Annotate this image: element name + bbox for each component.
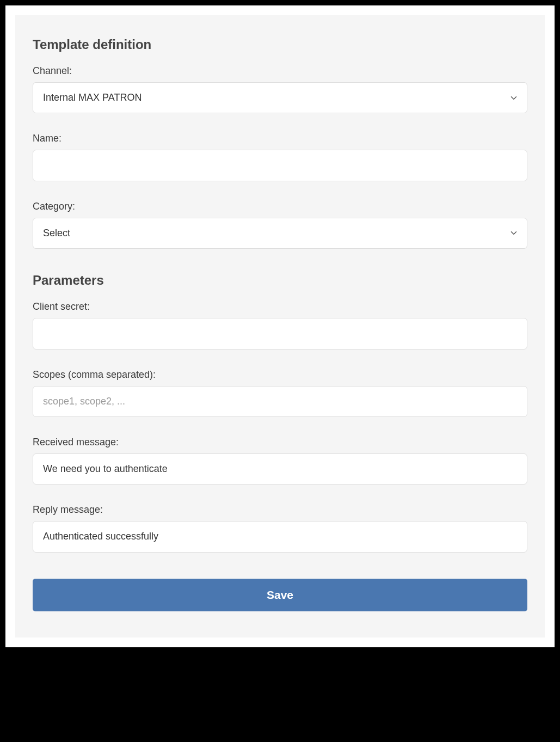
channel-label: Channel: xyxy=(33,65,527,77)
client-secret-field-group: Client secret: xyxy=(33,301,527,349)
received-message-input[interactable] xyxy=(33,453,527,485)
category-select-wrap: Select xyxy=(33,218,527,249)
reply-message-input[interactable] xyxy=(33,521,527,552)
category-select[interactable]: Select xyxy=(33,218,527,249)
name-label: Name: xyxy=(33,133,527,144)
scopes-label: Scopes (comma separated): xyxy=(33,369,527,381)
reply-message-label: Reply message: xyxy=(33,504,527,516)
client-secret-label: Client secret: xyxy=(33,301,527,312)
template-definition-title: Template definition xyxy=(33,37,527,52)
parameters-title: Parameters xyxy=(33,273,527,288)
category-field-group: Category: Select xyxy=(33,201,527,249)
page-outer: Template definition Channel: Internal MA… xyxy=(5,5,555,647)
category-label: Category: xyxy=(33,201,527,212)
scopes-field-group: Scopes (comma separated): xyxy=(33,369,527,417)
client-secret-input[interactable] xyxy=(33,318,527,349)
received-message-field-group: Received message: xyxy=(33,437,527,485)
channel-field-group: Channel: Internal MAX PATRON xyxy=(33,65,527,113)
channel-select-wrap: Internal MAX PATRON xyxy=(33,82,527,113)
form-panel: Template definition Channel: Internal MA… xyxy=(15,15,545,637)
reply-message-field-group: Reply message: xyxy=(33,504,527,552)
name-field-group: Name: xyxy=(33,133,527,181)
scopes-input[interactable] xyxy=(33,386,527,417)
channel-select[interactable]: Internal MAX PATRON xyxy=(33,82,527,113)
save-button[interactable]: Save xyxy=(33,579,527,611)
name-input[interactable] xyxy=(33,150,527,181)
received-message-label: Received message: xyxy=(33,437,527,448)
